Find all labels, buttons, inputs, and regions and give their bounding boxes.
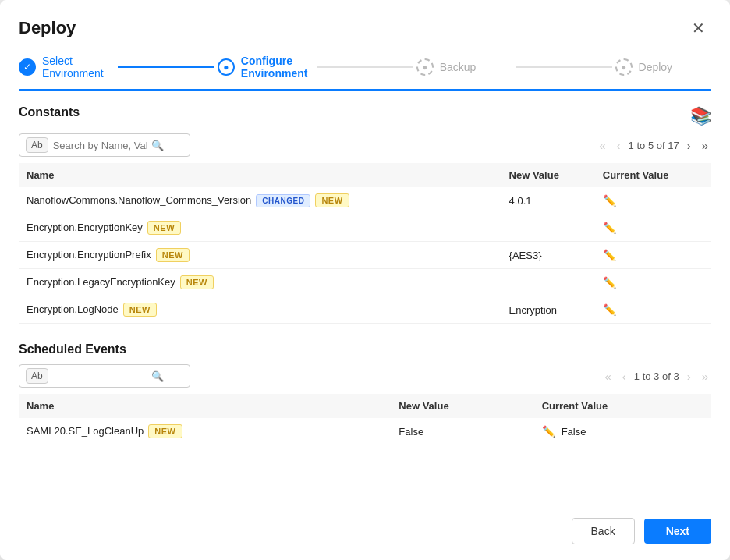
constants-row-current-value: ✏️ [595, 187, 711, 214]
constants-row-name: Encryption.LegacyEncryptionKeyNEW [19, 269, 501, 296]
modal-title: Deploy [19, 18, 76, 38]
scheduled-events-first-page-btn[interactable]: « [601, 368, 614, 385]
constants-table: Name New Value Current Value NanoflowCom… [19, 163, 711, 324]
step-inactive-icon-deploy: ● [615, 58, 633, 76]
next-button[interactable]: Next [644, 519, 711, 544]
scheduled-events-section: Scheduled Events [19, 342, 711, 356]
constants-row-current-value: ✏️ [595, 296, 711, 324]
scheduled-events-col-current-value: Current Value [534, 394, 711, 418]
se-row-new-value: False [391, 418, 533, 445]
se-current-value-text: False [562, 426, 586, 438]
constants-header-row: Constants 📚 [19, 105, 711, 127]
constants-col-current-value: Current Value [595, 163, 711, 187]
step-backup-label: Backup [440, 61, 477, 73]
scheduled-events-table: Name New Value Current Value SAML20.SE_L… [19, 394, 711, 445]
scheduled-events-search-wrap: Ab 🔍 [19, 364, 190, 388]
constants-search-wrap: Ab 🔍 [19, 133, 190, 157]
step-done-icon: ✓ [19, 58, 36, 76]
constants-page-info: 1 to 5 of 17 [629, 140, 679, 151]
modal-header: Deploy ✕ [0, 0, 730, 41]
ab-badge-constants: Ab [26, 137, 48, 153]
constants-row-name: Encryption.EncryptionPrefixNEW [19, 242, 501, 269]
se-row-name: SAML20.SE_LogCleanUpNEW [19, 418, 391, 445]
scheduled-events-search-input[interactable] [53, 370, 147, 382]
constants-name-text: Encryption.LogNode [27, 303, 119, 315]
constants-name-text: Encryption.EncryptionKey [27, 222, 143, 233]
constants-row-name: Encryption.EncryptionKeyNEW [19, 214, 501, 242]
edit-icon[interactable]: ✏️ [603, 249, 616, 261]
constants-search-icon: 🔍 [151, 140, 164, 151]
step-configure-environment: ● Configure Environment [218, 55, 314, 80]
back-button[interactable]: Back [572, 518, 635, 544]
modal-body: Constants 📚 Ab 🔍 « ‹ 1 to 5 of 17 › » Na… [0, 91, 730, 509]
badge-new: NEW [180, 275, 214, 289]
step-connector-3 [516, 66, 611, 68]
step-deploy-label: Deploy [639, 61, 673, 73]
badge-new: NEW [147, 221, 181, 235]
step-select-environment: ✓ Select Environment [19, 55, 115, 80]
constants-table-row: Encryption.LegacyEncryptionKeyNEW✏️ [19, 269, 711, 296]
scheduled-events-prev-page-btn[interactable]: ‹ [619, 368, 629, 385]
scheduled-events-search-bar: Ab 🔍 « ‹ 1 to 3 of 3 › » [19, 364, 711, 388]
close-button[interactable]: ✕ [686, 16, 711, 41]
constants-row-new-value [501, 214, 595, 242]
constants-row-new-value: {AES3} [501, 242, 595, 269]
scheduled-events-search-icon: 🔍 [151, 370, 164, 382]
se-row-current-value: ✏️False [534, 418, 711, 445]
scheduled-events-pagination: « ‹ 1 to 3 of 3 › » [601, 368, 711, 385]
constants-row-new-value [501, 269, 595, 296]
se-name-text: SAML20.SE_LogCleanUp [27, 425, 144, 437]
edit-icon[interactable]: ✏️ [603, 276, 616, 289]
constants-first-page-btn[interactable]: « [596, 137, 608, 154]
step-backup: ● Backup [416, 58, 512, 76]
badge-changed: CHANGED [256, 194, 310, 207]
constants-row-new-value: Encryption [501, 296, 595, 324]
constants-table-row: Encryption.LogNodeNEWEncryption✏️ [19, 296, 711, 324]
step-connector-1 [118, 66, 214, 68]
modal-footer: Back Next [0, 509, 730, 560]
scheduled-events-table-body: SAML20.SE_LogCleanUpNEWFalse✏️False [19, 418, 711, 445]
step-select-environment-label: Select Environment [42, 55, 115, 80]
constants-section-title: Constants [19, 105, 80, 119]
scheduled-events-table-row: SAML20.SE_LogCleanUpNEWFalse✏️False [19, 418, 711, 445]
edit-icon[interactable]: ✏️ [603, 222, 616, 234]
edit-icon[interactable]: ✏️ [542, 425, 555, 438]
scheduled-events-section-title: Scheduled Events [19, 342, 126, 356]
scheduled-events-next-page-btn[interactable]: › [684, 368, 694, 385]
scheduled-events-col-new-value: New Value [391, 394, 533, 418]
constants-search-input[interactable] [53, 140, 147, 151]
scheduled-events-col-name: Name [19, 394, 391, 418]
step-inactive-icon-backup: ● [416, 58, 434, 76]
scheduled-events-header-row: Name New Value Current Value [19, 394, 711, 418]
constants-name-text: Encryption.LegacyEncryptionKey [27, 276, 175, 288]
badge-new: NEW [315, 193, 349, 207]
ab-badge-scheduled: Ab [26, 368, 48, 384]
constants-row-name: Encryption.LogNodeNEW [19, 296, 501, 324]
edit-icon[interactable]: ✏️ [603, 303, 616, 316]
step-active-icon: ● [218, 58, 235, 76]
constants-name-text: NanoflowCommons.Nanoflow_Commons_Version [27, 194, 251, 206]
constants-name-text: Encryption.EncryptionPrefix [27, 249, 151, 261]
constants-row-new-value: 4.0.1 [501, 187, 595, 214]
scheduled-events-last-page-btn[interactable]: » [699, 368, 711, 385]
stepper: ✓ Select Environment ● Configure Environ… [0, 41, 730, 80]
constants-last-page-btn[interactable]: » [699, 137, 711, 154]
badge-new: NEW [148, 424, 182, 438]
constants-table-head: Name New Value Current Value [19, 163, 711, 187]
constants-prev-page-btn[interactable]: ‹ [614, 137, 624, 154]
book-icon[interactable]: 📚 [690, 106, 711, 126]
step-connector-2 [317, 66, 413, 68]
constants-table-row: Encryption.EncryptionPrefixNEW{AES3}✏️ [19, 242, 711, 269]
scheduled-events-table-head: Name New Value Current Value [19, 394, 711, 418]
constants-next-page-btn[interactable]: › [684, 137, 694, 154]
constants-table-row: Encryption.EncryptionKeyNEW✏️ [19, 214, 711, 242]
constants-table-body: NanoflowCommons.Nanoflow_Commons_Version… [19, 187, 711, 324]
constants-table-header-row: Name New Value Current Value [19, 163, 711, 187]
edit-icon[interactable]: ✏️ [603, 194, 616, 207]
constants-table-row: NanoflowCommons.Nanoflow_Commons_Version… [19, 187, 711, 214]
constants-col-name: Name [19, 163, 501, 187]
constants-row-name: NanoflowCommons.Nanoflow_Commons_Version… [19, 187, 501, 214]
badge-new: NEW [123, 303, 157, 317]
constants-row-current-value: ✏️ [595, 214, 711, 242]
deploy-modal: Deploy ✕ ✓ Select Environment ● Configur… [0, 0, 730, 560]
